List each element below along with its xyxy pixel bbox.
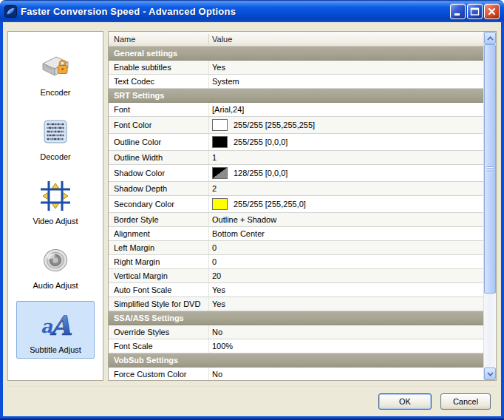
setting-value: 0 [212, 257, 217, 266]
setting-name: Force Custom Color [109, 368, 209, 380]
settings-table: Name Value General settings Enable subti… [108, 31, 497, 381]
setting-value-cell: 255/255 [0,0,0] [209, 136, 483, 148]
setting-value-cell: 255/255 [255,255,0] [209, 198, 483, 210]
setting-name: Vertical Margin [109, 269, 209, 282]
chevron-up-icon [487, 36, 494, 41]
minimize-button[interactable] [450, 4, 466, 19]
table-row[interactable]: Border Style Outline + Shadow [109, 213, 483, 227]
setting-value: System [212, 77, 239, 86]
table-row[interactable]: Enable subtitles Yes [109, 61, 483, 75]
maximize-icon [470, 7, 480, 16]
setting-value-cell: System [209, 77, 483, 86]
color-swatch[interactable] [212, 167, 228, 179]
video-adjust-icon [38, 178, 73, 214]
chevron-down-icon [487, 372, 494, 376]
app-icon [4, 5, 17, 18]
column-header-value[interactable]: Value [209, 35, 483, 44]
setting-value: 1 [212, 153, 217, 162]
window-title: Faster Conversion Speed - Advanced Optio… [21, 6, 450, 17]
setting-value-cell: Yes [209, 285, 483, 294]
table-row[interactable]: Shadow Depth 2 [109, 182, 483, 196]
setting-name: Simplified Style for DVD [109, 297, 209, 311]
setting-value-cell: Bottom Center [209, 229, 483, 238]
color-swatch[interactable] [212, 198, 228, 210]
minimize-icon [453, 7, 463, 16]
setting-value: 100% [212, 342, 233, 350]
table-row[interactable]: Simplified Style for DVD Yes [109, 297, 483, 311]
vertical-scrollbar[interactable] [483, 32, 496, 380]
setting-name: Right Margin [109, 255, 209, 268]
sidebar-item-label: Video Adjust [18, 217, 92, 226]
setting-value-cell: 255/255 [255,255,255] [209, 119, 483, 131]
table-row[interactable]: Right Margin 0 [109, 255, 483, 269]
sidebar-item-audio-adjust[interactable]: Audio Adjust [16, 237, 95, 294]
sidebar-item-decoder[interactable]: Decoder [16, 108, 95, 166]
table-row[interactable]: Font [Arial,24] [109, 103, 483, 117]
setting-value-cell: 1 [209, 153, 483, 162]
dialog-body: Encoder Decoder Video Adjust [0, 22, 504, 420]
table-row[interactable]: Font Color 255/255 [255,255,255] [109, 117, 483, 134]
sidebar-item-encoder[interactable]: Encoder [16, 44, 95, 101]
setting-value: 255/255 [0,0,0] [234, 138, 287, 146]
scrollbar-track[interactable] [484, 44, 496, 368]
svg-text:A: A [50, 310, 72, 341]
scrollbar-thumb[interactable] [484, 44, 496, 294]
table-row[interactable]: Alignment Bottom Center [109, 227, 483, 241]
setting-value: 255/255 [255,255,0] [234, 200, 306, 209]
audio-adjust-icon [38, 243, 73, 278]
dialog-window: Faster Conversion Speed - Advanced Optio… [0, 0, 504, 420]
ok-button[interactable]: OK [378, 393, 432, 410]
table-row[interactable]: Text Codec System [109, 75, 483, 89]
table-row[interactable]: Vertical Margin 20 [109, 269, 483, 283]
table-row[interactable]: Outline Color 255/255 [0,0,0] [109, 134, 483, 151]
sidebar-item-subtitle-adjust[interactable]: a A Subtitle Adjust [16, 301, 95, 359]
sidebar-item-video-adjust[interactable]: Video Adjust [16, 172, 95, 230]
setting-value-cell: 20 [209, 271, 483, 280]
scroll-up-button[interactable] [484, 32, 496, 44]
setting-value-cell: 128/255 [0,0,0] [209, 167, 483, 179]
table-row[interactable]: Font Scale 100% [109, 339, 483, 353]
window-controls [450, 4, 500, 19]
setting-name: Font Scale [109, 339, 209, 353]
table-row[interactable]: Shadow Color 128/255 [0,0,0] [109, 165, 483, 182]
encoder-icon [38, 50, 73, 85]
section-header: SSA/ASS Settings [109, 311, 483, 325]
section-label: General settings [114, 49, 177, 58]
table-row[interactable]: Left Margin 0 [109, 241, 483, 255]
scroll-down-button[interactable] [484, 368, 496, 380]
close-icon [487, 7, 497, 16]
table-row[interactable]: Override Styles No [109, 325, 483, 339]
setting-name: Shadow Color [109, 165, 209, 181]
setting-value: No [212, 370, 222, 379]
close-button[interactable] [484, 4, 500, 19]
maximize-button[interactable] [467, 4, 483, 19]
setting-name: Shadow Depth [109, 182, 209, 195]
color-swatch[interactable] [212, 136, 228, 148]
setting-name: Alignment [109, 227, 209, 240]
table-row[interactable]: Force Custom Color No [109, 368, 483, 380]
table-row[interactable]: Secondary Color 255/255 [255,255,0] [109, 196, 483, 213]
sidebar: Encoder Decoder Video Adjust [7, 31, 103, 381]
color-swatch[interactable] [212, 119, 228, 131]
sidebar-item-label: Audio Adjust [18, 281, 92, 290]
setting-value: Yes [212, 63, 225, 72]
setting-name: Auto Font Scale [109, 283, 209, 297]
setting-value: 20 [212, 271, 221, 280]
column-header-name[interactable]: Name [109, 34, 209, 44]
setting-value: 128/255 [0,0,0] [234, 169, 287, 177]
setting-name: Enable subtitles [109, 61, 209, 74]
table-row[interactable]: Outline Width 1 [109, 151, 483, 165]
table-row[interactable]: Auto Font Scale Yes [109, 283, 483, 297]
section-header: VobSub Settings [109, 353, 483, 368]
setting-name: Outline Width [109, 151, 209, 164]
setting-value-cell: 0 [209, 243, 483, 252]
setting-name: Font [109, 103, 209, 116]
section-header: General settings [109, 47, 483, 61]
setting-name: Outline Color [109, 134, 209, 150]
subtitle-adjust-icon: a A [38, 307, 73, 342]
cancel-button[interactable]: Cancel [440, 393, 491, 410]
sidebar-item-label: Decoder [18, 152, 92, 161]
setting-value: Yes [212, 285, 225, 294]
setting-value: [Arial,24] [212, 105, 244, 114]
title-bar[interactable]: Faster Conversion Speed - Advanced Optio… [0, 0, 504, 22]
